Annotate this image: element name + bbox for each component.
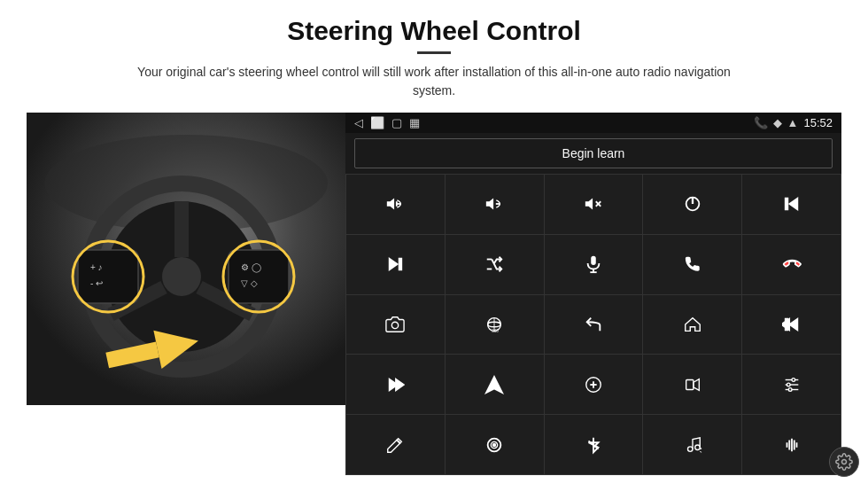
- soundwave-button[interactable]: [742, 415, 841, 474]
- car-image-background: + ♪ - ↩ ⚙ ◯ ▽ ◇: [27, 113, 345, 405]
- shuffle-button[interactable]: [446, 235, 544, 294]
- svg-marker-45: [396, 379, 404, 390]
- svg-text:+  ♪: + ♪: [90, 262, 103, 272]
- prev-track-button[interactable]: [742, 175, 841, 234]
- svg-point-57: [788, 387, 792, 391]
- svg-marker-18: [387, 199, 394, 210]
- main-content: + ♪ - ↩ ⚙ ◯ ▽ ◇: [27, 113, 841, 475]
- svg-line-63: [700, 448, 701, 449]
- svg-rect-43: [785, 319, 787, 331]
- nav-button[interactable]: [446, 355, 544, 414]
- svg-point-60: [493, 443, 496, 446]
- back-button[interactable]: [545, 295, 643, 355]
- svg-text:⚙  ◯: ⚙ ◯: [241, 262, 261, 273]
- svg-point-62: [695, 445, 701, 450]
- phone-button[interactable]: [643, 235, 741, 294]
- android-panel: ◁ ⬜ ▢ ▦ 📞 ◆ ▲ 15:52 Begin learn: [345, 113, 841, 475]
- svg-marker-21: [486, 199, 493, 210]
- svg-text:▽  ◇: ▽ ◇: [241, 278, 258, 288]
- square-icon[interactable]: ▢: [391, 116, 402, 129]
- svg-rect-11: [229, 250, 289, 303]
- power-button[interactable]: [643, 175, 741, 234]
- svg-rect-8: [78, 250, 138, 303]
- location-status-icon: ◆: [773, 116, 782, 129]
- swap-button[interactable]: [545, 355, 643, 414]
- car-image: + ♪ - ↩ ⚙ ◯ ▽ ◇: [27, 113, 345, 405]
- camera-button[interactable]: [346, 295, 445, 355]
- svg-marker-30: [390, 259, 398, 270]
- controls-grid: 360: [345, 174, 841, 475]
- next-track-button[interactable]: [346, 235, 445, 294]
- page-container: Steering Wheel Control Your original car…: [0, 0, 868, 484]
- home-button[interactable]: [643, 295, 741, 355]
- fast-forward-button[interactable]: [346, 355, 445, 414]
- status-left: ◁ ⬜ ▢ ▦: [354, 116, 420, 129]
- time-display: 15:52: [803, 116, 833, 129]
- svg-marker-23: [585, 199, 593, 210]
- svg-marker-46: [486, 377, 502, 393]
- gear-icon: [835, 453, 853, 471]
- gear-icon-container: [829, 447, 859, 477]
- svg-rect-29: [785, 199, 787, 210]
- svg-point-56: [792, 378, 795, 381]
- title-divider: [417, 51, 451, 54]
- power2-button[interactable]: [446, 415, 544, 474]
- back-arrow-icon[interactable]: ◁: [354, 116, 363, 129]
- svg-rect-31: [399, 259, 402, 270]
- vol-mute-button[interactable]: [545, 175, 643, 234]
- svg-point-36: [392, 322, 399, 328]
- skip-back-button[interactable]: [742, 295, 841, 355]
- begin-learn-button[interactable]: Begin learn: [354, 138, 833, 168]
- music-button[interactable]: [643, 415, 741, 474]
- bluetooth-button[interactable]: [545, 415, 643, 474]
- phone-status-icon: 📞: [754, 116, 768, 129]
- status-right: 📞 ◆ ▲ 15:52: [754, 116, 833, 129]
- page-subtitle: Your original car's steering wheel contr…: [124, 63, 744, 100]
- home-pill-icon[interactable]: ⬜: [370, 116, 384, 129]
- svg-rect-33: [591, 256, 596, 265]
- svg-point-61: [687, 446, 693, 451]
- signal-icon: ▦: [409, 116, 420, 129]
- svg-point-72: [842, 460, 847, 464]
- record-button[interactable]: [643, 355, 741, 414]
- vol-down-button[interactable]: [446, 175, 544, 234]
- settings-button[interactable]: [829, 447, 859, 477]
- svg-marker-41: [789, 319, 797, 331]
- svg-text:-  ↩: - ↩: [90, 278, 103, 288]
- svg-marker-51: [694, 379, 699, 390]
- status-bar: ◁ ⬜ ▢ ▦ 📞 ◆ ▲ 15:52: [345, 113, 841, 133]
- mic-button[interactable]: [545, 235, 643, 294]
- pen-button[interactable]: [346, 415, 445, 474]
- svg-marker-28: [789, 199, 797, 210]
- svg-point-55: [787, 383, 790, 386]
- wifi-status-icon: ▲: [787, 116, 799, 129]
- page-title: Steering Wheel Control: [287, 16, 581, 46]
- svg-point-4: [162, 257, 201, 296]
- vol-up-button[interactable]: [346, 175, 445, 234]
- 360-view-button[interactable]: 360: [446, 295, 544, 355]
- eq-button[interactable]: [742, 355, 841, 414]
- begin-learn-bar: Begin learn: [345, 133, 841, 174]
- svg-rect-50: [686, 379, 693, 389]
- svg-line-64: [700, 451, 701, 452]
- svg-text:360: 360: [492, 329, 499, 333]
- hangup-button[interactable]: [742, 235, 841, 294]
